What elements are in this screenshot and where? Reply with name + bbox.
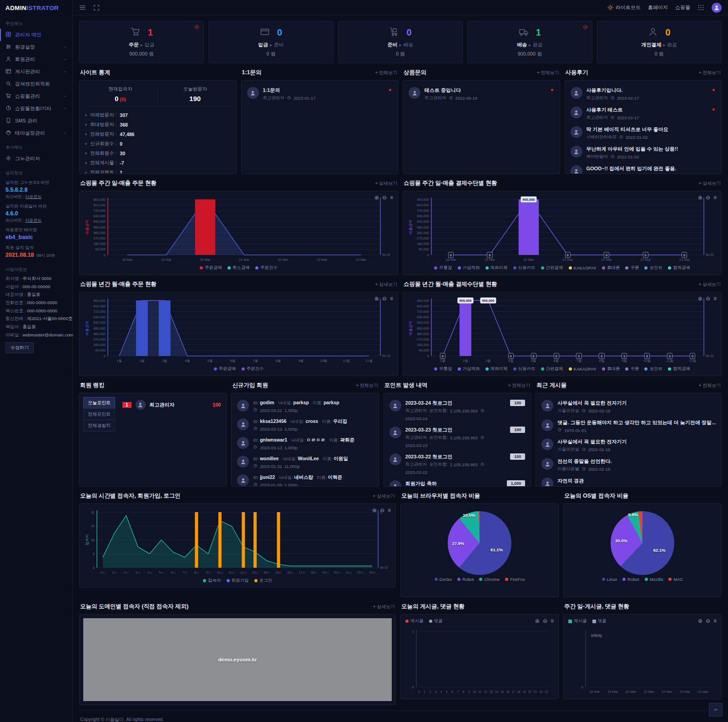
- stat-card-order-deposit[interactable]: 1주문▸입금900,000 원: [79, 21, 204, 63]
- reviews-more-link[interactable]: + 전체보기: [698, 70, 721, 76]
- legend-item[interactable]: Robot: [457, 577, 474, 582]
- zoom-out-icon[interactable]: ⊖: [706, 195, 710, 200]
- list-item[interactable]: 테스트 중입니다최고관리자2022-05-16: [407, 84, 556, 104]
- zoom-in-icon[interactable]: ⊕: [374, 296, 379, 301]
- list-item[interactable]: 무난하게 아우터 안에 입을 수 있는 상품!!백마탄왕자2022-01-02: [569, 143, 718, 163]
- stat-card-shipping-done[interactable]: 1배송▸완료900,000 원: [467, 21, 592, 63]
- list-item[interactable]: 회원가입 축하parksp포인트합:1,0002023-03-211,000: [388, 478, 527, 487]
- list-item[interactable]: 사용후기입니다.최고관리자2023-02-17: [569, 84, 718, 104]
- legend-item[interactable]: Chrome: [479, 577, 500, 582]
- sidebar-item-shop-admin[interactable]: 쇼핑몰관리: [0, 90, 72, 102]
- recent-posts-more-link[interactable]: + 전체보기: [698, 382, 721, 389]
- scroll-top-button[interactable]: [709, 703, 723, 717]
- legend-item[interactable]: 계좌이체: [485, 265, 508, 271]
- yearly-payment-more-link[interactable]: + 상세보기: [698, 281, 721, 288]
- legend-item[interactable]: 로그인: [254, 578, 273, 584]
- domain-treemap[interactable]: demo.eyoom.kr: [83, 618, 392, 701]
- yearly-order-more-link[interactable]: + 상세보기: [375, 281, 397, 288]
- zoom-out-icon[interactable]: ⊖: [380, 508, 384, 513]
- legend-item[interactable]: 취소금액: [228, 265, 250, 271]
- list-item[interactable]: 2023-03-24 첫로그인최고관리자포인트합:2,105,159,06320…: [388, 397, 527, 424]
- legend-item[interactable]: 주문건수: [242, 366, 264, 372]
- ranking-tab[interactable]: 전체경험치: [83, 420, 115, 432]
- sidebar-item-members[interactable]: 회원관리: [0, 53, 72, 66]
- chart-menu-icon[interactable]: ≡: [388, 508, 391, 513]
- zoom-out-icon[interactable]: ⊖: [382, 296, 387, 301]
- legend-item[interactable]: 댓글: [592, 618, 607, 624]
- zoom-out-icon[interactable]: ⊖: [543, 618, 547, 624]
- list-item[interactable]: 딱 기본 베이직 티셔츠로 너무 좋아요시베리안허숙희2022-01-02: [569, 123, 718, 143]
- list-item[interactable]: GOOD~!! 집에서 편히 입기에 완전 좋음.겨울비2022-01-02: [569, 163, 718, 174]
- stat-card-personal-pay[interactable]: 0개인결제▸완료0 원: [597, 21, 722, 63]
- list-item[interactable]: ID: godim닉네임: parksp이름: parksp2023-03-21…: [235, 397, 374, 416]
- list-item[interactable]: 2023-03-23 첫로그인최고관리자포인트합:2,105,158,96320…: [388, 424, 527, 451]
- ranking-tab[interactable]: 전체포인트: [83, 408, 115, 420]
- stat-card-deposit-ready[interactable]: 0입금▸준비0 원: [208, 21, 333, 63]
- legend-item[interactable]: 무통장: [434, 366, 452, 372]
- list-item[interactable]: ID: wonillee닉네임: WonilLee이름: 이원일2023-01-…: [235, 453, 374, 472]
- legend-item[interactable]: 접속자: [203, 578, 221, 584]
- topbar-link-light-mode[interactable]: 라이트모드: [607, 4, 641, 11]
- list-item[interactable]: 사무실에서 꼭 필요한 전자기기가을의전설2022-02-19: [540, 436, 718, 455]
- legend-item[interactable]: 쿠폰: [625, 366, 639, 372]
- zoom-in-icon[interactable]: ⊕: [698, 195, 703, 200]
- legend-item[interactable]: 게시글: [405, 618, 424, 624]
- fullscreen-icon[interactable]: [93, 5, 100, 11]
- zoom-in-icon[interactable]: ⊕: [374, 195, 379, 200]
- stat-card-ready-shipping[interactable]: 0준비▸배송0 원: [338, 21, 463, 63]
- list-item[interactable]: 사용후기 테스트최고관리자2023-02-17: [569, 104, 718, 123]
- topbar-link-shop[interactable]: 쇼핑몰: [675, 4, 690, 11]
- legend-item[interactable]: 간편결제: [541, 366, 563, 372]
- list-item[interactable]: 2023-03-22 첫로그인최고관리자포인트합:2,105,158,86320…: [388, 451, 527, 478]
- zoom-out-icon[interactable]: ⊖: [706, 618, 710, 624]
- weekly-order-more-link[interactable]: + 상세보기: [375, 180, 397, 187]
- list-item[interactable]: 댓글. 그동안 운동해야지 하고 생각만 하고 있었는데 더 늦기전에 정말..…: [540, 417, 718, 436]
- sidebar-item-admin-main[interactable]: 관리자 메인: [0, 29, 72, 41]
- legend-item[interactable]: 간편결제: [541, 265, 563, 271]
- sidebar-item-seo[interactable]: 검색엔진최적화: [0, 78, 72, 90]
- domain-visitors-more-link[interactable]: + 상세보기: [373, 604, 395, 610]
- legend-item[interactable]: 회원가입: [227, 578, 249, 584]
- list-item[interactable]: 자연의 경관안돌리나폴리나2022-02-19: [540, 475, 718, 487]
- legend-item[interactable]: 신용카드: [513, 366, 536, 372]
- list-item[interactable]: 1:1문의최고관리자2023-01-17: [245, 84, 394, 104]
- legend-item[interactable]: KAKAOPAY: [569, 366, 597, 372]
- legend-item[interactable]: Robot: [622, 577, 639, 582]
- legend-item[interactable]: Linux: [602, 577, 617, 582]
- legend-item[interactable]: KAKAOPAY: [569, 265, 597, 271]
- sidebar-item-theme[interactable]: 테마설정관리: [0, 127, 72, 139]
- ranking-item[interactable]: 1최고관리자100: [121, 397, 222, 412]
- legend-item[interactable]: 휴대폰: [602, 366, 620, 372]
- chart-menu-icon[interactable]: ≡: [713, 195, 717, 200]
- zoom-in-icon[interactable]: ⊕: [535, 618, 540, 624]
- zoom-out-icon[interactable]: ⊖: [706, 296, 710, 301]
- legend-item[interactable]: 주문금액: [200, 265, 222, 271]
- legend-item[interactable]: 댓글: [429, 618, 443, 624]
- download-link[interactable]: 다운로드: [25, 218, 42, 223]
- legend-item[interactable]: 가상계좌: [458, 366, 480, 372]
- zoom-in-icon[interactable]: ⊕: [698, 618, 703, 624]
- legend-item[interactable]: 합계금액: [668, 265, 690, 271]
- zoom-in-icon[interactable]: ⊕: [372, 508, 377, 513]
- legend-item[interactable]: 포인트: [644, 265, 662, 271]
- list-item[interactable]: ID: gnlwnswar1닉네임: ㅇㄹㅇㄹ이름: 곽휘준2023-03-13…: [235, 434, 374, 453]
- legend-item[interactable]: 주문금액: [214, 366, 236, 372]
- sidebar-item-boards[interactable]: 게시판관리: [0, 66, 72, 78]
- zoom-out-icon[interactable]: ⊖: [382, 195, 387, 200]
- legend-item[interactable]: 주문건수: [255, 265, 278, 271]
- topbar-link-homepage[interactable]: 홈페이지: [648, 4, 668, 11]
- chart-menu-icon[interactable]: ≡: [551, 618, 554, 624]
- legend-item[interactable]: 쿠폰: [625, 265, 639, 271]
- sidebar-item-config[interactable]: 환경설정: [0, 41, 72, 53]
- sidebar-item-sms[interactable]: SMS 관리: [0, 115, 72, 127]
- chart-menu-icon[interactable]: ≡: [713, 296, 717, 301]
- chart-menu-icon[interactable]: ≡: [713, 618, 717, 624]
- list-item[interactable]: ID: jjuni22닉네임: 네버스탑이름: 이혁준2023-01-091,0…: [235, 472, 374, 487]
- legend-item[interactable]: 가상계좌: [458, 265, 480, 271]
- legend-item[interactable]: Mozilla: [645, 577, 663, 582]
- ranking-tab[interactable]: 오늘포인트: [83, 397, 115, 409]
- legend-item[interactable]: 휴대폰: [602, 265, 620, 271]
- legend-item[interactable]: FireFox: [505, 577, 525, 582]
- legend-item[interactable]: 계좌이체: [485, 366, 508, 372]
- sidebar-item-gnu-admin[interactable]: 그누관리자: [0, 153, 72, 165]
